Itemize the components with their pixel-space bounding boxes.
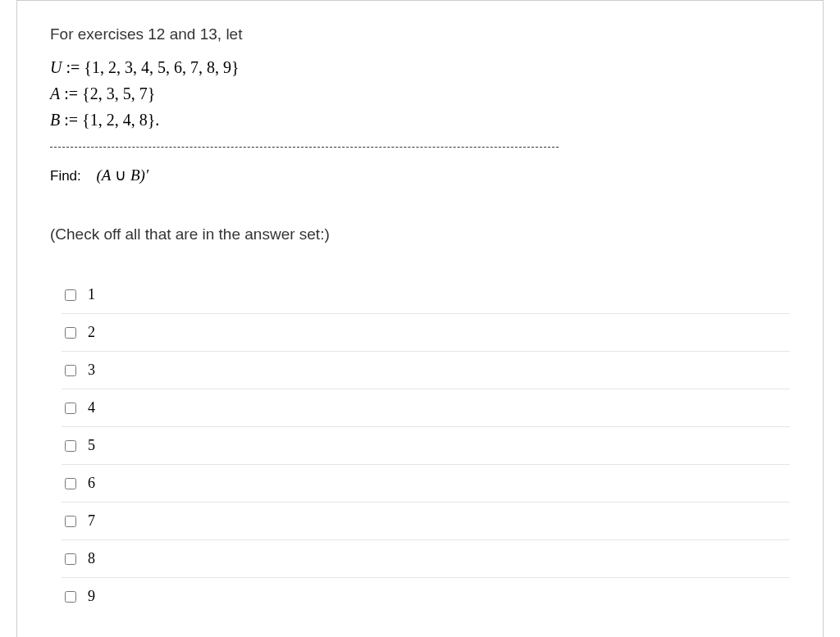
- option-checkbox-1[interactable]: [65, 289, 76, 301]
- option-row: 8: [62, 540, 790, 578]
- def-U-val: := {1, 2, 3, 4, 5, 6, 7, 8, 9}: [62, 58, 239, 76]
- option-row: 2: [62, 314, 790, 352]
- option-row: 4: [62, 389, 790, 427]
- option-checkbox-9[interactable]: [65, 591, 76, 603]
- option-row: 1: [62, 276, 790, 314]
- options-list: 1 2 3 4 5 6 7: [62, 276, 790, 615]
- option-checkbox-8[interactable]: [65, 553, 76, 565]
- option-checkbox-4[interactable]: [65, 403, 76, 414]
- def-A-val: := {2, 3, 5, 7}: [60, 84, 155, 102]
- option-checkbox-3[interactable]: [65, 365, 76, 376]
- def-U-var: U: [50, 58, 62, 76]
- def-B: B := {1, 2, 4, 8}.: [50, 107, 790, 132]
- question-container: For exercises 12 and 13, let U := {1, 2,…: [16, 0, 824, 637]
- check-instruction: (Check off all that are in the answer se…: [50, 225, 790, 243]
- option-label: 3: [88, 362, 95, 379]
- divider: [50, 147, 559, 148]
- option-label: 6: [88, 475, 95, 492]
- option-label: 9: [88, 588, 95, 605]
- option-row: 5: [62, 427, 790, 465]
- option-row: 7: [62, 503, 790, 540]
- def-A: A := {2, 3, 5, 7}: [50, 81, 790, 106]
- intro-text: For exercises 12 and 13, let: [50, 25, 790, 43]
- option-label: 8: [88, 550, 95, 567]
- option-checkbox-6[interactable]: [65, 478, 76, 489]
- option-row: 3: [62, 352, 790, 389]
- find-label: Find:: [50, 168, 81, 184]
- find-expression: (A ∪ B)′: [97, 166, 149, 184]
- option-checkbox-7[interactable]: [65, 516, 76, 527]
- option-checkbox-2[interactable]: [65, 327, 76, 339]
- option-label: 7: [88, 512, 95, 530]
- option-label: 2: [88, 324, 95, 341]
- def-A-var: A: [50, 84, 60, 102]
- option-checkbox-5[interactable]: [65, 440, 76, 452]
- option-label: 4: [88, 399, 95, 416]
- option-label: 1: [88, 286, 95, 303]
- def-U: U := {1, 2, 3, 4, 5, 6, 7, 8, 9}: [50, 55, 790, 80]
- find-line: Find: (A ∪ B)′: [50, 166, 790, 184]
- def-B-var: B: [50, 111, 60, 129]
- question-content: For exercises 12 and 13, let U := {1, 2,…: [17, 1, 823, 637]
- option-row: 6: [62, 465, 790, 503]
- option-label: 5: [88, 437, 95, 454]
- option-row: 9: [62, 578, 790, 615]
- def-B-val: := {1, 2, 4, 8}.: [60, 111, 159, 129]
- set-definitions: U := {1, 2, 3, 4, 5, 6, 7, 8, 9} A := {2…: [50, 55, 790, 132]
